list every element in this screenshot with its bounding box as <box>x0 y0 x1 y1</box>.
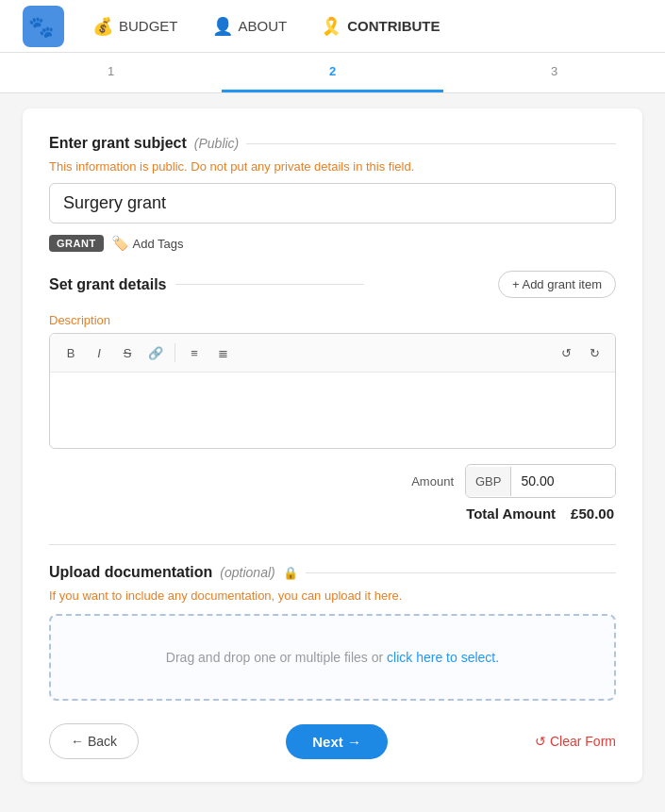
amount-input[interactable] <box>511 466 616 496</box>
bold-button[interactable]: B <box>58 340 84 366</box>
grant-subject-header: Enter grant subject (Public) <box>49 135 616 152</box>
grant-details-title: Set grant details <box>49 276 166 293</box>
tabs-bar: 1 2 3 <box>0 53 665 93</box>
clear-form-button[interactable]: ↺ Clear Form <box>535 734 616 749</box>
lock-icon: 🔒 <box>283 566 298 580</box>
toolbar-divider-1 <box>175 343 175 362</box>
italic-button[interactable]: I <box>86 340 112 366</box>
nav-about[interactable]: 👤 ABOUT <box>199 8 301 44</box>
add-tags-button[interactable]: 🏷️ Add Tags <box>111 235 184 252</box>
main-content: Enter grant subject (Public) This inform… <box>0 93 665 797</box>
nav-budget[interactable]: 💰 BUDGET <box>79 8 191 44</box>
grant-details-left: Set grant details <box>49 276 364 293</box>
amount-input-wrap: GBP ▲ ▼ <box>465 464 616 498</box>
ordered-list-button[interactable]: ≣ <box>209 340 236 366</box>
dropzone-text: Drag and drop one or multiple files or <box>166 650 387 665</box>
dropzone[interactable]: Drag and drop one or multiple files or c… <box>49 614 616 701</box>
grant-tag: GRANT <box>49 235 104 252</box>
total-row: Total Amount £50.00 <box>49 505 616 522</box>
editor-body[interactable] <box>50 373 615 448</box>
unordered-list-button[interactable]: ≡ <box>181 340 208 366</box>
dropzone-link[interactable]: click here to select. <box>387 650 499 665</box>
section-divider <box>49 544 616 545</box>
back-button[interactable]: ← Back <box>49 723 139 759</box>
tags-row: GRANT 🏷️ Add Tags <box>49 235 616 252</box>
upload-section-line <box>306 572 616 573</box>
section-line-2 <box>175 284 364 285</box>
link-button[interactable]: 🔗 <box>142 340 169 366</box>
add-grant-item-button[interactable]: + Add grant item <box>498 271 616 298</box>
upload-subtitle: (optional) <box>220 565 274 580</box>
upload-header: Upload documentation (optional) 🔒 <box>49 564 616 581</box>
tab-3[interactable]: 3 <box>443 53 665 92</box>
contribute-icon: 🎗️ <box>321 16 341 37</box>
tab-2[interactable]: 2 <box>222 53 443 92</box>
form-card: Enter grant subject (Public) This inform… <box>23 108 642 782</box>
grant-subject-input[interactable] <box>49 183 616 224</box>
tab-1[interactable]: 1 <box>0 53 222 92</box>
description-label: Description <box>49 313 616 327</box>
total-value: £50.00 <box>571 505 614 522</box>
upload-title: Upload documentation <box>49 564 212 581</box>
upload-info: If you want to include any documentation… <box>49 588 616 603</box>
strikethrough-button[interactable]: S <box>114 340 141 366</box>
total-label: Total Amount <box>466 505 556 522</box>
budget-icon: 💰 <box>92 16 113 37</box>
amount-row: Amount GBP ▲ ▼ <box>49 464 616 498</box>
grant-details-header: Set grant details + Add grant item <box>49 271 616 298</box>
undo-button[interactable]: ↺ <box>553 340 579 366</box>
currency-tag: GBP <box>466 467 511 496</box>
navbar: 🐾 💰 BUDGET 👤 ABOUT 🎗️ CONTRIBUTE <box>0 0 665 53</box>
footer-buttons: ← Back Next → ↺ Clear Form <box>49 723 616 759</box>
redo-button[interactable]: ↻ <box>581 340 607 366</box>
amount-label: Amount <box>411 474 454 489</box>
next-button[interactable]: Next → <box>286 724 388 759</box>
about-icon: 👤 <box>212 16 233 37</box>
svg-text:🐾: 🐾 <box>28 14 55 40</box>
tag-icon: 🏷️ <box>111 235 129 252</box>
grant-subject-subtitle: (Public) <box>194 136 239 151</box>
section-divider-line <box>246 143 616 144</box>
nav-contribute[interactable]: 🎗️ CONTRIBUTE <box>308 8 453 44</box>
grant-subject-info: This information is public. Do not put a… <box>49 159 616 174</box>
editor-toolbar: B I S 🔗 ≡ ≣ ↺ ↻ <box>50 334 615 373</box>
description-editor: B I S 🔗 ≡ ≣ ↺ ↻ <box>49 333 616 449</box>
grant-subject-title: Enter grant subject <box>49 135 187 152</box>
app-logo[interactable]: 🐾 <box>23 6 64 47</box>
